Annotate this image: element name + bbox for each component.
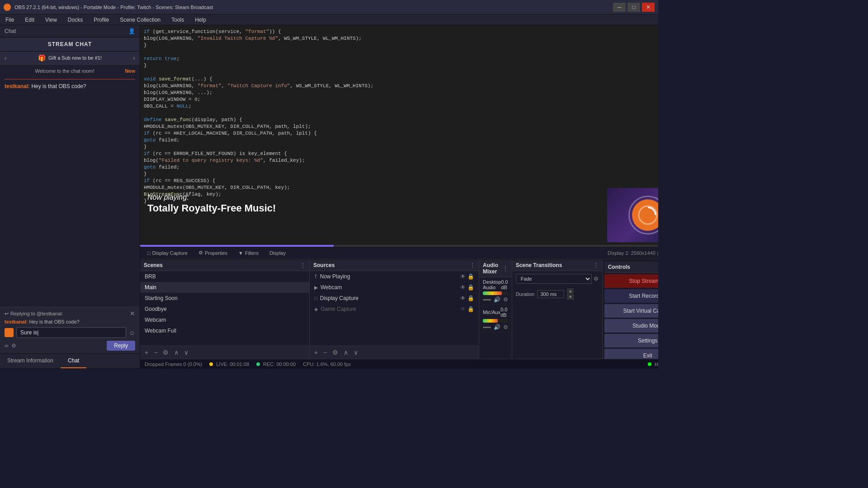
- live-time: LIVE: 00:01:08: [216, 361, 249, 367]
- chat-input[interactable]: [16, 327, 126, 338]
- now-playing-overlay: Now playing: Totally Royalty-Free Music!: [140, 188, 283, 220]
- mic-volume-slider[interactable]: [483, 327, 491, 328]
- source-lock-icon-4[interactable]: 🔒: [467, 306, 474, 312]
- gift-prev-arrow[interactable]: ‹: [5, 54, 7, 61]
- scene-item-webcam-full[interactable]: Webcam Full: [140, 325, 309, 336]
- remove-scene-button[interactable]: −: [152, 348, 159, 357]
- code-line-22: }: [144, 171, 658, 178]
- scene-move-up-button[interactable]: ∧: [172, 348, 180, 357]
- minimize-button[interactable]: ─: [613, 3, 626, 12]
- remove-source-button[interactable]: −: [321, 348, 329, 357]
- desktop-mute-button[interactable]: 🔊: [494, 296, 500, 303]
- mic-mute-button[interactable]: 🔊: [494, 324, 500, 330]
- window-controls: ─ □ ✕: [613, 3, 655, 12]
- source-move-up-button[interactable]: ∧: [342, 348, 350, 357]
- desktop-volume-slider[interactable]: [483, 299, 491, 300]
- source-move-down-button[interactable]: ∨: [352, 348, 360, 357]
- properties-label: Properties: [205, 250, 227, 256]
- desktop-audio-settings-button[interactable]: ⚙: [503, 296, 508, 303]
- emoji-icon[interactable]: ☺: [129, 329, 135, 336]
- menu-tools[interactable]: Tools: [170, 16, 186, 24]
- scenes-list: BRB Main Starting Soon Goodbye Webcam We…: [140, 271, 309, 346]
- filters-button[interactable]: ▼ Filters: [235, 249, 262, 257]
- menu-view[interactable]: View: [43, 16, 59, 24]
- source-name-game-capture: Game Capture: [321, 306, 356, 312]
- tab-chat[interactable]: Chat: [61, 354, 86, 368]
- scene-item-goodbye[interactable]: Goodbye: [140, 304, 309, 314]
- mic-audio-settings-button[interactable]: ⚙: [503, 324, 508, 330]
- scene-move-down-button[interactable]: ∨: [182, 348, 190, 357]
- source-item-display-capture[interactable]: □ Display Capture 👁 🔒: [310, 293, 479, 304]
- menu-profile[interactable]: Profile: [92, 16, 111, 24]
- scene-item-brb[interactable]: BRB: [140, 271, 309, 282]
- source-eye-icon-4[interactable]: 👁: [460, 306, 466, 312]
- transition-duration-row: Duration ▲ ▼: [512, 286, 602, 301]
- menu-scene-collection[interactable]: Scene Collection: [118, 16, 162, 24]
- duration-down-button[interactable]: ▼: [567, 294, 574, 300]
- code-line-12: OBS_CALL = NULL;: [144, 103, 658, 110]
- transition-select[interactable]: Fade: [516, 274, 592, 284]
- source-eye-icon[interactable]: 👁: [460, 273, 466, 280]
- stream-chat-label: STREAM CHAT: [48, 41, 92, 47]
- menu-docks[interactable]: Docks: [66, 16, 85, 24]
- new-badge: New: [125, 68, 135, 74]
- display-capture-button[interactable]: □ Display Capture: [144, 249, 191, 257]
- studio-mode-button[interactable]: Studio Mode: [604, 319, 658, 333]
- menu-help[interactable]: Help: [193, 16, 208, 24]
- scene-settings-button[interactable]: ⚙: [161, 348, 170, 357]
- duration-input[interactable]: [537, 290, 564, 298]
- scene-item-main[interactable]: Main: [140, 282, 309, 293]
- scene-item-starting-soon[interactable]: Starting Soon: [140, 293, 309, 304]
- add-scene-button[interactable]: +: [143, 348, 150, 357]
- audio-header-icon: ⋮: [503, 265, 508, 272]
- code-line-14: define save_func(display, path) {: [144, 117, 658, 123]
- reply-button[interactable]: Reply: [107, 341, 135, 351]
- gift-next-arrow[interactable]: ›: [133, 54, 135, 61]
- properties-button[interactable]: ⚙ Properties: [195, 249, 231, 257]
- source-item-game-capture[interactable]: ◈ Game Capture 👁 🔒: [310, 304, 479, 314]
- source-eye-icon-2[interactable]: 👁: [460, 284, 466, 291]
- code-line-10: blog(LOG_WARNING, ...);: [144, 90, 658, 96]
- settings-button[interactable]: Settings: [604, 334, 658, 347]
- scene-item-webcam[interactable]: Webcam: [140, 314, 309, 325]
- source-video-icon: ▶: [314, 285, 318, 291]
- menu-edit[interactable]: Edit: [23, 16, 36, 24]
- source-lock-icon-3[interactable]: 🔒: [467, 295, 474, 301]
- gift-banner-content: 🎁 Gift a Sub now to be #1!: [38, 54, 102, 61]
- dropped-frames: Dropped Frames 0 (0.0%): [145, 361, 202, 367]
- reply-close-button[interactable]: ✕: [130, 310, 135, 317]
- audio-panel: Audio Mixer ⋮ Desktop Audio 0.0 dB 🔊 ⚙: [479, 260, 512, 359]
- source-text-icon: T: [314, 274, 317, 279]
- sources-title: Sources: [313, 262, 335, 268]
- code-line-2: blog(LOG_WARNING, "Invalid Twitch Captur…: [144, 36, 658, 42]
- close-button[interactable]: ✕: [642, 3, 655, 12]
- source-settings-button[interactable]: ⚙: [330, 348, 340, 357]
- add-source-button[interactable]: +: [312, 348, 320, 357]
- chat-tab-bar: Stream Information Chat: [0, 353, 140, 369]
- cpu-info: CPU: 1.6%, 60.00 fps: [303, 361, 351, 367]
- menu-file[interactable]: File: [4, 16, 16, 24]
- code-line-18: }: [144, 144, 658, 150]
- maximize-button[interactable]: □: [627, 3, 640, 12]
- display-button[interactable]: Display: [266, 249, 289, 257]
- start-virtual-camera-button[interactable]: Start Virtual Camera: [604, 304, 658, 318]
- kbps-value: kb/s: 6230: [655, 361, 658, 367]
- welcome-message: Welcome to the chat room! New: [5, 68, 135, 74]
- chat-settings-icon[interactable]: ⚙: [11, 343, 16, 349]
- transition-settings-icon[interactable]: ⚙: [594, 276, 599, 282]
- chat-panel-header: Chat 👤: [0, 25, 140, 38]
- source-lock-icon-2[interactable]: 🔒: [467, 284, 474, 291]
- titlebar: OBS 27.2.1 (64-bit, windows) - Portable …: [0, 0, 658, 14]
- start-recording-button[interactable]: Start Recording: [604, 289, 658, 303]
- source-item-now-playing[interactable]: T Now Playing 👁 🔒: [310, 271, 479, 282]
- duration-up-button[interactable]: ▲: [567, 288, 574, 294]
- source-lock-icon[interactable]: 🔒: [467, 273, 474, 280]
- scenes-panel: Scenes ⋮ BRB Main Starting Soon Goodbye …: [140, 260, 310, 359]
- live-indicator: LIVE: 00:01:08: [209, 361, 249, 367]
- properties-icon: ⚙: [198, 250, 203, 256]
- source-item-webcam[interactable]: ▶ Webcam 👁 🔒: [310, 282, 479, 293]
- source-eye-icon-3[interactable]: 👁: [460, 295, 466, 301]
- stop-streaming-button[interactable]: Stop Streaming: [604, 274, 658, 288]
- source-display-icon: □: [314, 296, 317, 301]
- tab-stream-information[interactable]: Stream Information: [0, 354, 61, 368]
